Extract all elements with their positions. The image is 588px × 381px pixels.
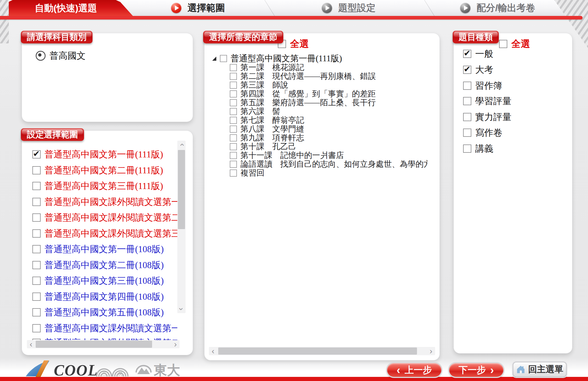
exam-builder-screen: 自動(快速)選題 選擇範圍 題型設定 配分/輸出考卷 普高國文 請選擇科目類別 … [0, 0, 588, 381]
wizard-tabbar: 自動(快速)選題 選擇範圍 題型設定 配分/輸出考卷 [0, 0, 588, 16]
checkbox[interactable] [499, 40, 507, 48]
play-icon-gray [322, 3, 332, 13]
scroll-right-button[interactable] [427, 347, 435, 355]
range-item[interactable]: 普通型高中國文第四冊(108版) [22, 291, 164, 302]
prev-step-button[interactable]: ‹ 上一步 [387, 363, 441, 377]
qtype-item[interactable]: 學習評量 [453, 96, 511, 107]
checkbox[interactable] [32, 229, 41, 238]
checkbox[interactable] [463, 82, 471, 90]
checkbox[interactable] [230, 126, 237, 133]
tab-label: 選擇範圍 [187, 2, 225, 14]
range-vertical-scrollbar[interactable] [177, 141, 186, 313]
qtype-item[interactable]: 一般 [453, 48, 493, 59]
checkbox[interactable] [32, 213, 41, 222]
subject-option-label: 普高國文 [49, 50, 86, 62]
range-item[interactable]: 普通型高中國文課外閱讀文選第三冊(111版) [22, 228, 177, 239]
radio-button[interactable] [36, 51, 46, 61]
scroll-down-button[interactable] [177, 305, 186, 313]
home-icon [516, 365, 525, 374]
chapter-item[interactable]: 複習回 [230, 169, 264, 177]
checkbox[interactable] [230, 99, 237, 106]
checkbox[interactable] [463, 129, 471, 137]
range-horizontal-scrollbar[interactable] [27, 340, 180, 348]
chapter-select-panel: 全選 普通型高中國文第一冊(111版) 第一課 桃花源記 第二課 現代詩選——再… [205, 33, 439, 360]
checkbox[interactable] [230, 73, 237, 80]
checkbox[interactable] [32, 261, 41, 269]
checkbox[interactable] [463, 50, 471, 58]
checkbox[interactable] [230, 169, 237, 177]
subject-panel-title-badge: 請選擇科目類別 [21, 31, 93, 43]
checkbox[interactable] [230, 143, 237, 150]
scroll-right-button[interactable] [171, 340, 180, 348]
checkbox[interactable] [32, 245, 41, 253]
checkbox[interactable] [230, 152, 237, 159]
range-item[interactable]: 普通型高中國文第二冊(108版) [22, 260, 164, 271]
range-item[interactable]: 普通型高中國文第五冊(108版) [22, 307, 164, 318]
tab-score-output[interactable]: 配分/輸出考卷 [460, 0, 535, 16]
checkbox[interactable] [230, 82, 237, 89]
return-main-menu-button[interactable]: 回主選單 [513, 362, 567, 377]
range-list: 普通型高中國文第一冊(111版) 普通型高中國文第二冊(111版) 普通型高中國… [22, 131, 177, 341]
range-item[interactable]: 普通型高中國文課外閱讀文選第一冊(108版) [22, 323, 177, 334]
checkbox[interactable] [32, 324, 41, 332]
horizontal-scroll-thumb[interactable] [36, 341, 152, 348]
sanmin-logo-icon [96, 360, 129, 377]
range-item[interactable]: 普通型高中國文課外閱讀文選第二冊(111版) [22, 212, 177, 223]
checkbox[interactable] [230, 64, 237, 71]
qtype-item[interactable]: 實力評量 [453, 112, 511, 123]
chevron-left-icon: ‹ [397, 364, 400, 376]
checkbox[interactable] [32, 308, 41, 316]
tree-expander-icon[interactable] [212, 57, 216, 61]
range-item[interactable]: 普通型高中國文第三冊(111版) [22, 180, 163, 191]
range-panel-title-badge: 設定選擇範圍 [21, 128, 84, 141]
select-range-panel: 普通型高中國文第一冊(111版) 普通型高中國文第二冊(111版) 普通型高中國… [22, 131, 193, 355]
tab-auto-quick-select[interactable]: 自動(快速)選題 [7, 0, 133, 16]
checkbox[interactable] [230, 134, 237, 141]
checkbox[interactable] [463, 144, 471, 153]
checkbox[interactable] [32, 198, 41, 206]
qtype-item[interactable]: 大考 [453, 64, 493, 75]
subject-option-radio-row[interactable]: 普高國文 [25, 50, 86, 61]
checkbox[interactable] [220, 55, 227, 62]
chapter-horizontal-scrollbar[interactable] [209, 347, 435, 355]
vertical-scroll-thumb[interactable] [178, 150, 185, 229]
checkbox[interactable] [32, 150, 41, 158]
tab-select-range[interactable]: 選擇範圍 [171, 0, 225, 16]
question-type-panel: 全選 一般 大考 習作簿 學習評量 實力評量 寫作卷 講義 [454, 33, 572, 353]
range-item[interactable]: 普通型高中國文第一冊(111版) [22, 149, 163, 160]
tab-question-type-setting[interactable]: 題型設定 [322, 0, 376, 16]
chapter-tree: 普通型高中國文第一冊(111版) 第一課 桃花源記 第二課 現代詩選——再別康橋… [205, 33, 427, 344]
qtype-item[interactable]: 講義 [453, 143, 493, 154]
scroll-left-button[interactable] [27, 340, 35, 348]
scroll-left-button[interactable] [209, 347, 217, 355]
qtype-item[interactable]: 習作簿 [453, 80, 502, 91]
checkbox[interactable] [463, 97, 471, 105]
sanmin-logo-char-2: 民 [118, 371, 123, 377]
qtype-panel-title-badge: 題目種類 [453, 31, 499, 43]
qtype-select-all[interactable]: 全選 [499, 38, 530, 50]
next-step-button[interactable]: 下一步 › [449, 363, 503, 377]
corner-stripes-left [0, 0, 9, 43]
checkbox[interactable] [32, 182, 41, 190]
checkbox[interactable] [230, 108, 237, 115]
range-item[interactable]: 普通型高中國文課外閱讀文選第一冊(111版) [22, 196, 177, 207]
checkbox[interactable] [230, 90, 237, 98]
checkbox[interactable] [230, 117, 237, 124]
checkbox[interactable] [463, 66, 471, 74]
scroll-up-button[interactable] [177, 141, 186, 149]
cool-logo-text: COOL [54, 361, 98, 379]
checkbox[interactable] [463, 113, 471, 121]
chapter-tree-root[interactable]: 普通型高中國文第一冊(111版) [212, 54, 342, 63]
checkbox[interactable] [32, 277, 41, 285]
checkbox[interactable] [230, 161, 237, 168]
horizontal-scroll-thumb[interactable] [218, 347, 417, 355]
range-item[interactable]: 普通型高中國文第一冊(108版) [22, 244, 164, 255]
tab-divider [264, 0, 275, 16]
cool-logo-swoosh-icon [25, 360, 53, 377]
range-item[interactable]: 普通型高中國文第三冊(108版) [22, 275, 164, 286]
checkbox[interactable] [32, 293, 41, 301]
qtype-item[interactable]: 寫作卷 [453, 127, 502, 138]
checkbox[interactable] [32, 166, 41, 174]
chapter-panel-title-badge: 選擇所需要的章節 [203, 31, 283, 43]
range-item[interactable]: 普通型高中國文第二冊(111版) [22, 165, 163, 176]
